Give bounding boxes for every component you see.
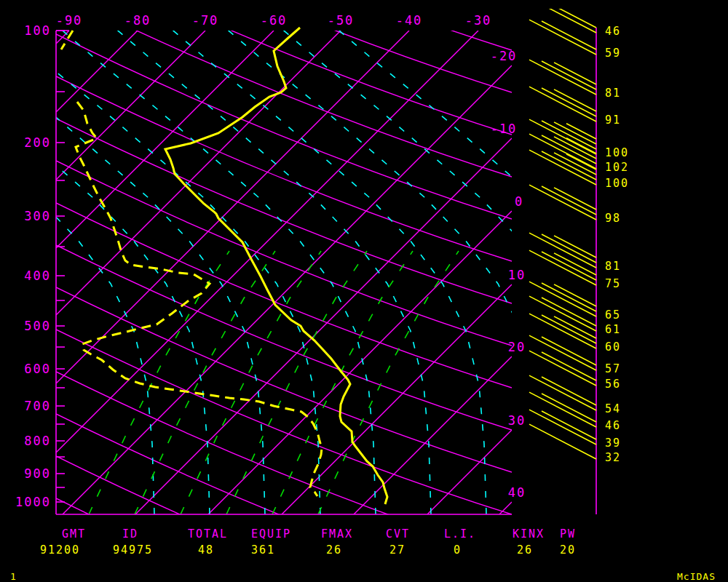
wind-speed-value: 59	[605, 48, 621, 59]
stat-value-cvt: 27	[389, 545, 405, 556]
isotherm-label-top: -40	[396, 15, 423, 27]
wind-speed-value: 32	[605, 453, 621, 463]
temperature-trace	[165, 28, 387, 504]
stat-value-fmax: 26	[326, 545, 342, 556]
wind-speed-value: 65	[605, 310, 621, 321]
isobar-isotherm-grid	[56, 0, 512, 582]
stat-value-kinx: 26	[517, 545, 533, 556]
pressure-label: 500	[24, 320, 51, 332]
wind-speed-value: 39	[605, 438, 621, 449]
isotherm-label-top: -50	[328, 15, 355, 27]
wind-speed-value: 46	[605, 420, 621, 431]
pressure-label: 300	[24, 210, 51, 223]
footer-page-number: 1	[10, 572, 17, 581]
pressure-label: 200	[24, 137, 51, 149]
wind-speed-value: 54	[605, 404, 621, 415]
stat-value-total: 48	[198, 545, 214, 556]
stat-value-pw: 20	[560, 545, 576, 556]
pressure-label: 1000	[15, 496, 51, 509]
skewt-sounding-screen: 1002003004005006007008009001000-90-80-70…	[0, 0, 728, 582]
stat-value-equip: 361	[251, 545, 275, 556]
stat-value-gmt: 91200	[40, 545, 80, 556]
stat-label-cvt: CVT	[386, 529, 410, 540]
wind-speed-value: 75	[605, 279, 621, 290]
mixing-ratio-lines	[89, 251, 459, 514]
pressure-axis	[56, 31, 512, 514]
stat-label-fmax: FMAX	[321, 529, 353, 540]
pressure-label: 800	[24, 435, 51, 447]
pressure-label: 700	[24, 400, 51, 412]
isotherm-label-right: 20	[508, 341, 526, 354]
pressure-label: 900	[24, 468, 51, 480]
wind-speed-value: 102	[605, 162, 629, 173]
stat-label-equip: EQUIP	[251, 529, 291, 540]
stat-label-total: TOTAL	[188, 529, 228, 540]
pressure-label: 400	[24, 270, 51, 282]
wind-speed-value: 91	[605, 115, 621, 126]
isotherm-label-right: -10	[491, 123, 518, 135]
isotherm-label-top: -90	[56, 15, 83, 27]
isotherm-label-right: 40	[508, 487, 526, 499]
footer-brand: McIDAS	[677, 572, 716, 581]
wind-barb-column	[529, 0, 596, 514]
stat-label-pw: PW	[560, 529, 576, 540]
pressure-label: 100	[24, 25, 51, 37]
moist-adiabat-lines	[0, 18, 652, 514]
wind-speed-value: 56	[605, 379, 621, 390]
isotherm-label-right: 30	[508, 415, 526, 427]
stat-value-id: 94975	[113, 545, 153, 556]
isotherm-label-top: -30	[465, 15, 492, 27]
stat-label-kinx: KINX	[513, 529, 545, 540]
wind-speed-value: 57	[605, 364, 621, 375]
stat-value-li: 0	[454, 545, 462, 556]
wind-speed-value: 98	[605, 213, 621, 224]
pressure-label: 600	[24, 363, 51, 375]
wind-speed-value: 81	[605, 261, 621, 272]
isotherm-label-top: -70	[192, 15, 219, 27]
wind-speed-value: 61	[605, 324, 621, 335]
isotherm-label-top: -80	[124, 15, 151, 27]
stat-label-li: L.I.	[444, 529, 476, 540]
isotherm-label-top: -60	[261, 15, 288, 27]
wind-speed-value: 46	[605, 26, 621, 37]
isotherm-label-right: 10	[508, 269, 526, 282]
wind-speed-value: 100	[605, 178, 629, 189]
wind-speed-value: 81	[605, 88, 621, 99]
isotherm-label-right: 0	[515, 196, 523, 208]
stat-label-id: ID	[122, 529, 138, 540]
wind-speed-value: 100	[605, 148, 629, 159]
stat-label-gmt: GMT	[62, 529, 86, 540]
wind-speed-value: 60	[605, 342, 621, 353]
isotherm-label-right: -20	[491, 50, 518, 63]
